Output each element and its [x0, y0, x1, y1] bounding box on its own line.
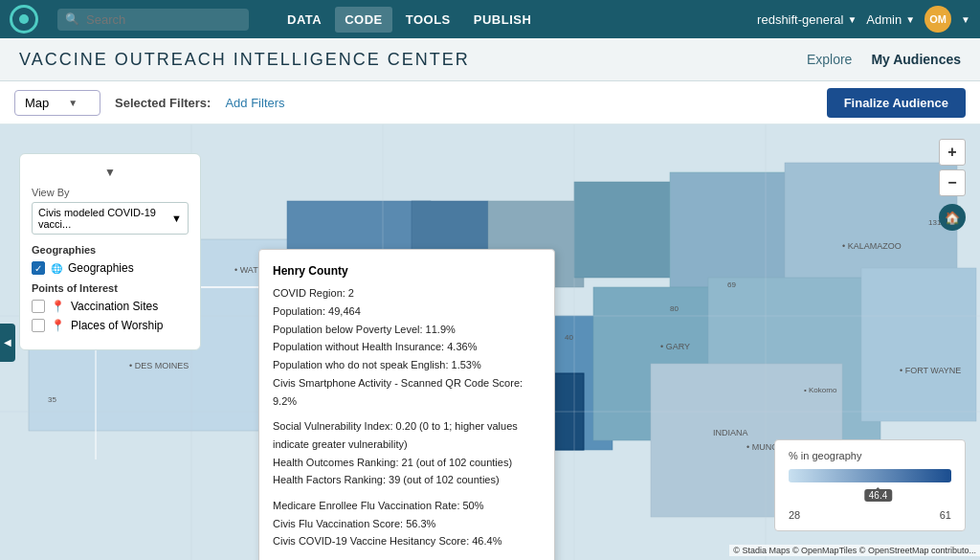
- zoom-in-button[interactable]: +: [939, 139, 966, 166]
- svg-text:35: 35: [48, 395, 56, 404]
- avatar-chevron: ▼: [961, 14, 970, 25]
- workspace-chevron: ▼: [847, 14, 857, 25]
- svg-text:• Kokomo: • Kokomo: [804, 386, 837, 394]
- geo-item-label: Geographies: [68, 261, 134, 275]
- tooltip-no-english: Population who do not speak English: 1.5…: [273, 356, 541, 374]
- nav-data[interactable]: DATA: [278, 7, 331, 33]
- nav-publish[interactable]: PUBLISH: [464, 7, 542, 33]
- geo-checkbox-row: ✓ 🌐 Geographies: [32, 261, 189, 275]
- panel-collapse-arrow[interactable]: ▼: [104, 166, 116, 179]
- map-select-arrow: ▼: [68, 98, 78, 108]
- legend-panel: ▼ View By Civis modeled COVID-19 vacci..…: [19, 153, 201, 350]
- svg-text:69: 69: [727, 280, 736, 289]
- county-tooltip: Henry County COVID Region: 2 Population:…: [258, 249, 555, 560]
- sub-nav: Explore My Audiences: [807, 52, 961, 67]
- tooltip-county-name: Henry County: [273, 261, 541, 280]
- map-select-label: Map: [25, 96, 49, 110]
- my-audiences-tab[interactable]: My Audiences: [871, 52, 961, 67]
- selected-filters-label: Selected Filters:: [115, 96, 211, 110]
- tooltip-no-insurance: Population without Health Insurance: 4.3…: [273, 338, 541, 356]
- search-input[interactable]: [57, 9, 249, 31]
- tooltip-covid-region: COVID Region: 2: [273, 284, 541, 302]
- page-title: Vaccine Outreach Intelligence Center: [19, 50, 807, 70]
- svg-text:40: 40: [565, 333, 573, 342]
- role-selector[interactable]: Admin ▼: [866, 12, 915, 27]
- poi-title: Points of Interest: [32, 282, 189, 294]
- places-worship-icon: 📍: [51, 319, 65, 332]
- vaccination-sites-row: 📍 Vaccination Sites: [32, 300, 189, 313]
- search-wrapper: 🔍: [57, 9, 249, 31]
- tooltip-health-outcomes: Health Outcomes Ranking: 21 (out of 102 …: [273, 454, 541, 472]
- vaccination-sites-icon: 📍: [51, 300, 65, 313]
- tooltip-poverty: Population below Poverty Level: 11.9%: [273, 321, 541, 339]
- geographies-title: Geographies: [32, 244, 189, 256]
- logo: [10, 5, 38, 34]
- tooltip-civis-flu: Civis Flu Vaccination Score: 56.3%: [273, 515, 541, 533]
- finalize-audience-button[interactable]: Finalize Audience: [827, 88, 966, 118]
- gauge-panel: % in geography 46.4 28 61: [774, 439, 966, 531]
- gauge-labels: 28 61: [789, 509, 951, 521]
- top-navigation: 🔍 DATA CODE TOOLS PUBLISH redshift-gener…: [0, 0, 980, 38]
- panel-toggle-button[interactable]: ◀: [0, 324, 15, 362]
- gauge-bar-container: [789, 469, 951, 482]
- gauge-bar: [789, 469, 951, 482]
- vaccination-sites-checkbox[interactable]: [32, 300, 45, 313]
- view-by-chevron: ▼: [171, 213, 182, 224]
- svg-text:• FORT WAYNE: • FORT WAYNE: [900, 366, 961, 375]
- tooltip-population: Population: 49,464: [273, 302, 541, 321]
- nav-code[interactable]: CODE: [335, 7, 392, 33]
- tooltip-civis-hesitancy: Civis COVID-19 Vaccine Hesitancy Score: …: [273, 532, 541, 550]
- view-by-label: View By: [32, 187, 189, 198]
- vaccination-sites-label: Vaccination Sites: [71, 300, 158, 313]
- gauge-marker: 46.4: [864, 489, 892, 502]
- tooltip-svi: Social Vulnerability Index: 0.20 (0 to 1…: [273, 417, 541, 453]
- nav-tools[interactable]: TOOLS: [396, 7, 460, 33]
- workspace-selector[interactable]: redshift-general ▼: [757, 12, 857, 27]
- places-worship-checkbox[interactable]: [32, 319, 45, 332]
- svg-rect-14: [861, 268, 976, 421]
- svg-text:INDIANA: INDIANA: [713, 428, 748, 437]
- svg-text:• DES MOINES: • DES MOINES: [129, 361, 189, 370]
- home-button[interactable]: 🏠: [939, 204, 966, 231]
- logo-icon: [10, 5, 38, 34]
- gauge-min-label: 28: [789, 509, 800, 521]
- view-by-value: Civis modeled COVID-19 vacci...: [38, 207, 171, 230]
- geo-checkbox[interactable]: ✓: [32, 261, 45, 275]
- svg-text:• KALAMAZOO: • KALAMAZOO: [842, 241, 902, 251]
- places-worship-row: 📍 Places of Worship: [32, 319, 189, 332]
- map-view-select[interactable]: Map ▼: [14, 90, 100, 116]
- role-chevron: ▼: [905, 14, 915, 25]
- gauge-max-label: 61: [940, 509, 951, 521]
- tooltip-medicare-flu: Medicare Enrollee Flu Vaccination Rate: …: [273, 497, 541, 515]
- toolbar: Map ▼ Selected Filters: Add Filters Fina…: [0, 81, 980, 124]
- map-credit: © Stadia Maps © OpenMapTiles © OpenStree…: [729, 545, 980, 556]
- add-filters-button[interactable]: Add Filters: [225, 96, 284, 110]
- svg-text:80: 80: [670, 304, 679, 313]
- zoom-out-button[interactable]: −: [939, 169, 966, 196]
- explore-tab[interactable]: Explore: [807, 52, 852, 67]
- view-by-select[interactable]: Civis modeled COVID-19 vacci... ▼: [32, 202, 189, 235]
- places-worship-label: Places of Worship: [71, 319, 164, 332]
- map-area: 20 IOWA • DES MOINES 35 380 • CEDAR RAPI…: [0, 124, 980, 560]
- geo-globe-icon: 🌐: [51, 263, 62, 274]
- tooltip-health-factors: Health Factors Ranking: 39 (out of 102 c…: [273, 471, 541, 489]
- svg-text:• GARY: • GARY: [660, 342, 690, 351]
- workspace-label: redshift-general: [757, 12, 843, 27]
- gauge-title: % in geography: [789, 450, 951, 461]
- user-avatar[interactable]: OM: [924, 6, 951, 33]
- nav-right: redshift-general ▼ Admin ▼ OM ▼: [757, 6, 970, 33]
- sub-header: Vaccine Outreach Intelligence Center Exp…: [0, 38, 980, 81]
- nav-links: DATA CODE TOOLS PUBLISH: [278, 7, 541, 33]
- tooltip-qr-score: Civis Smartphone Activity - Scanned QR C…: [273, 374, 541, 410]
- role-label: Admin: [866, 12, 902, 27]
- map-controls: + − 🏠: [939, 139, 966, 231]
